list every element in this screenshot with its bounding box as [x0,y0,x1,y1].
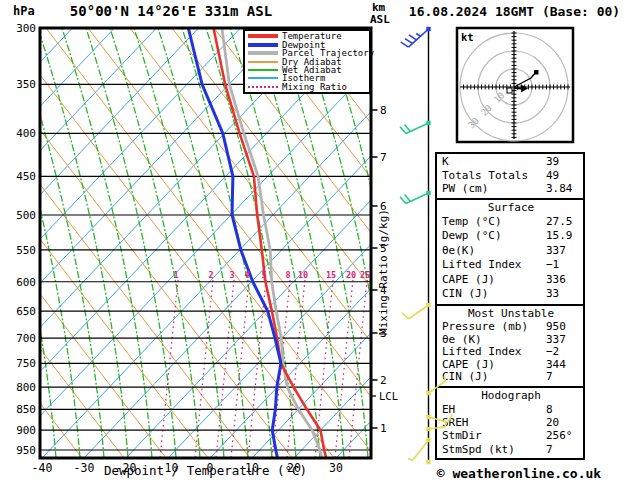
table-cell-value: 7 [546,371,553,384]
table-cell-value: 49 [546,169,559,183]
mixing-ratio-value-label: 2 [208,270,213,280]
table-row: CAPE (J)344 [442,359,580,372]
legend-swatch [248,34,278,38]
table-cell-label: θe (K) [442,334,546,347]
mixing-ratio-value-label: 3 [229,270,234,280]
table-row: StmSpd (kt)7 [442,443,580,456]
hodograph-origin-marker [507,88,512,93]
table-row: SREH20 [442,416,580,429]
table-row: Totals Totals49 [442,169,580,183]
legend-label: Mixing Ratio [282,83,347,91]
table-cell-label: Lifted Index [442,346,546,359]
mixing-ratio-value-label: 20 [346,270,356,280]
table-cell-label: SREH [442,416,546,429]
hodograph-trace-endpoint [534,70,539,75]
mixing-ratio-line [160,280,178,458]
legend-swatch [248,77,278,79]
table-cell-label: Totals Totals [442,169,546,183]
x-tick-label: -40 [32,461,53,475]
table-cell-value: 33 [546,287,559,302]
mixing-ratio-value-label: 25 [360,270,370,280]
stats-table-title: Most Unstable [442,307,580,321]
mixing-ratio-line [287,280,305,458]
sounding-page: 3003504004505005506006507007508008509009… [0,0,629,486]
km-tick-label: 5 [380,242,387,255]
table-row: Dewp (°C)15.9 [442,229,580,244]
pressure-tick-label: 650 [16,305,36,318]
pressure-tick-label: 850 [16,403,36,416]
table-cell-label: StmDir [442,429,546,442]
table-cell-value: 8 [546,403,553,416]
km-tick-label: 7 [380,151,387,164]
table-cell-value: 3.84 [546,182,573,196]
table-row: CAPE (J)336 [442,273,580,288]
mixing-ratio-value-label: 1 [173,270,178,280]
pressure-tick-label: 550 [16,244,36,257]
table-row: EH8 [442,403,580,416]
stats-tables: K39Totals Totals49PW (cm)3.84SurfaceTemp… [435,152,585,460]
table-row: Temp (°C)27.5 [442,215,580,230]
table-row: CIN (J)33 [442,287,580,302]
table-cell-label: StmSpd (kt) [442,443,546,456]
x-tick-label: 30 [329,461,343,475]
pressure-tick-label: 350 [16,78,36,91]
table-row: StmDir256° [442,429,580,442]
legend-label: Parcel Trajectory [282,49,374,57]
table-row: θe(K)337 [442,244,580,259]
table-row: PW (cm)3.84 [442,182,580,196]
x-tick-label: -30 [74,461,95,475]
table-cell-label: CAPE (J) [442,273,546,288]
legend-row: Parcel Trajectory [245,49,369,57]
pressure-tick-label: 950 [16,444,36,457]
table-cell-label: θe(K) [442,244,546,259]
x-tick-label: 10 [245,461,259,475]
chart-legend: TemperatureDewpointParcel TrajectoryDry … [243,29,371,94]
x-tick-label: 20 [287,461,301,475]
mixing-ratio-value-label: 10 [298,270,308,280]
table-row: Lifted Index−1 [442,258,580,273]
x-tick-label: -20 [116,461,137,475]
km-tick-label: 1 [380,422,387,435]
table-cell-value: −2 [546,346,559,359]
table-cell-value: 950 [546,321,566,334]
table-row: Pressure (mb)950 [442,321,580,334]
table-cell-value: 39 [546,155,559,169]
table-cell-label: CIN (J) [442,371,546,384]
table-row: K39 [442,155,580,169]
x-tick-label: -10 [158,461,179,475]
table-cell-value: 27.5 [546,215,573,230]
table-cell-value: 15.9 [546,229,573,244]
table-row: Lifted Index−2 [442,346,580,359]
table-cell-value: 256° [546,429,573,442]
legend-swatch [248,69,278,71]
legend-swatch [248,61,278,63]
stats-table-title: Surface [442,201,580,215]
stats-table: HodographEH8SREH20StmDir256°StmSpd (kt)7 [435,386,585,461]
pressure-tick-label: 500 [16,209,36,222]
legend-row: Mixing Ratio [245,83,369,91]
stats-table-title: Hodograph [442,389,580,403]
mixing-ratio-line [248,280,266,458]
wet-adiabat-line [158,28,248,458]
legend-swatch [248,86,278,88]
table-cell-label: CAPE (J) [442,359,546,372]
table-cell-label: Temp (°C) [442,215,546,230]
table-cell-value: 337 [546,244,566,259]
mixing-ratio-value-label: 4 [244,270,249,280]
wet-adiabat-line [38,28,128,458]
mixing-ratio-value-label: 8 [285,270,290,280]
storm-motion-vector [514,88,521,89]
table-cell-label: Dewp (°C) [442,229,546,244]
pressure-tick-label: 300 [16,22,36,35]
table-row: θe (K)337 [442,334,580,347]
wet-adiabat-line [110,28,200,458]
table-cell-label: CIN (J) [442,287,546,302]
table-cell-label: Pressure (mb) [442,321,546,334]
pressure-tick-label: 750 [16,357,36,370]
pressure-tick-label: 400 [16,127,36,140]
table-cell-value: −1 [546,258,559,273]
table-cell-label: EH [442,403,546,416]
mixing-ratio-value-label: 15 [326,270,336,280]
km-tick-label: 6 [380,200,387,213]
table-cell-label: K [442,155,546,169]
